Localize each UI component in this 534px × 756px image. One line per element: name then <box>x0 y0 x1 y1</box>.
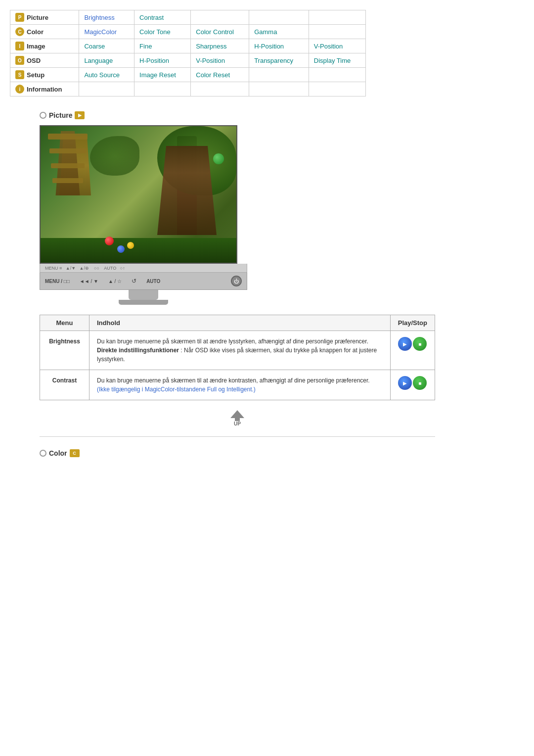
nav-link-vposition-osd[interactable]: V-Position <box>196 57 225 64</box>
content-table-header-row: Menu Indhold Play/Stop <box>40 315 435 331</box>
monitor-base <box>119 300 168 305</box>
brightness-menu-cell: Brightness <box>40 331 89 370</box>
contrast-link[interactable]: (Ikke tilgængelig i MagicColor-tilstande… <box>97 386 256 393</box>
nav-label: ◄◄ / ▼ <box>80 279 98 284</box>
brightness-content-cell: Du kan bruge menuerne på skærmen til at … <box>89 331 391 370</box>
green-circle <box>213 153 224 164</box>
tree-foliage2 <box>90 136 139 176</box>
ball-yellow <box>127 242 134 249</box>
nav-link-hposition-image[interactable]: H-Position <box>254 43 284 50</box>
navigation-table: P Picture Brightness Contrast C Color Ma… <box>10 10 366 96</box>
nav-link-magiccolor[interactable]: MagicColor <box>84 28 117 36</box>
nav-link-vposition-image[interactable]: V-Position <box>314 43 343 50</box>
picture-circle-icon <box>40 112 46 119</box>
brightness-content-text: Du kan bruge menuerne på skærmen til at … <box>97 338 377 363</box>
nav-link-language[interactable]: Language <box>84 57 113 64</box>
contrast-play-button[interactable]: ▶ <box>398 376 412 390</box>
monitor-controls-top: MENU ≡ ▲/▼ ▲/⊕ ○○ AUTO ○↑ <box>40 264 247 273</box>
nav-label-picture: Picture <box>27 14 48 21</box>
brightness-label: ▲ / ☆ <box>108 279 122 284</box>
nav-link-brightness[interactable]: Brightness <box>84 14 114 21</box>
brightness-stop-button[interactable]: ■ <box>413 337 427 351</box>
up-arrow-container: UP <box>40 410 435 426</box>
nav-item-picture[interactable]: P Picture <box>15 13 74 22</box>
nav-label-setup: Setup <box>27 71 44 79</box>
nav-link-colorcontrol[interactable]: Color Control <box>196 28 234 36</box>
nav-item-osd[interactable]: O OSD <box>15 56 74 65</box>
nav-link-imagereset[interactable]: Image Reset <box>139 71 176 79</box>
contrast-row: Contrast Du kan bruge menuerne på skærme… <box>40 370 435 400</box>
tree-trunk <box>177 136 197 235</box>
nav-link-transparency[interactable]: Transparency <box>254 57 293 64</box>
content-table: Menu Indhold Play/Stop Brightness Du kan… <box>40 315 435 400</box>
tree-foliage <box>157 126 236 195</box>
nav-item-setup[interactable]: S Setup <box>15 70 74 79</box>
contrast-stop-button[interactable]: ■ <box>413 376 427 390</box>
contrast-menu-cell: Contrast <box>40 370 89 400</box>
nav-row-image: I Image Coarse Fine Sharpness H-Position… <box>10 39 366 53</box>
contrast-playstop-buttons: ▶ ■ <box>398 376 427 390</box>
contrast-label-text: Contrast <box>52 377 77 384</box>
image-icon: I <box>15 42 24 50</box>
contrast-playstop-cell: ▶ ■ <box>390 370 435 400</box>
color-section-header: Color C <box>40 449 524 457</box>
controls-top-text: MENU ≡ ▲/▼ ▲/⊕ ○○ AUTO ○↑ <box>45 266 125 271</box>
nav-item-color[interactable]: C Color <box>15 27 74 36</box>
nav-item-image[interactable]: I Image <box>15 42 74 50</box>
color-small-icon: C <box>70 449 80 457</box>
up-arrow[interactable]: UP <box>230 410 244 426</box>
auto-button-group: AUTO <box>146 279 160 284</box>
power-button[interactable]: ⏻ <box>231 276 242 286</box>
nav-link-hposition-osd[interactable]: H-Position <box>139 57 169 64</box>
nav-item-information[interactable]: i Information <box>15 85 74 94</box>
nav-label-color: Color <box>27 28 44 36</box>
up-arrow-label: UP <box>234 421 241 426</box>
nav-link-displaytime[interactable]: Display Time <box>314 57 351 64</box>
color-circle-icon <box>40 450 46 457</box>
ball-blue <box>117 245 125 253</box>
brightness-label-text: Brightness <box>49 338 80 345</box>
contrast-content-text: Du kan bruge menuerne på skærmen til at … <box>97 377 370 393</box>
ball-red <box>105 236 114 245</box>
source-label: ↺ <box>132 278 136 284</box>
header-playstop: Play/Stop <box>390 315 435 331</box>
monitor-buttons-row: MENU / □□ ◄◄ / ▼ ▲ / ☆ ↺ AUTO ⏻ <box>40 273 247 290</box>
brightness-row: Brightness Du kan bruge menuerne på skær… <box>40 331 435 370</box>
picture-small-icon: ▶ <box>75 111 85 119</box>
monitor-screen <box>40 125 237 264</box>
header-indhold: Indhold <box>89 315 391 331</box>
monitor-container: MENU ≡ ▲/▼ ▲/⊕ ○○ AUTO ○↑ MENU / □□ ◄◄ /… <box>40 125 247 305</box>
color-section-label: Color <box>49 449 67 457</box>
nav-link-colortone[interactable]: Color Tone <box>139 28 171 36</box>
brightness-playstop-buttons: ▶ ■ <box>398 337 427 351</box>
nav-link-sharpness[interactable]: Sharpness <box>196 43 226 50</box>
nav-link-contrast[interactable]: Contrast <box>139 14 164 21</box>
nav-link-fine[interactable]: Fine <box>139 43 152 50</box>
header-menu: Menu <box>40 315 89 331</box>
nav-button-group: ◄◄ / ▼ <box>80 279 98 284</box>
picture-icon: P <box>15 13 24 22</box>
brightness-playstop-cell: ▶ ■ <box>390 331 435 370</box>
pagoda-roof3 <box>51 163 85 168</box>
nav-link-colorreset[interactable]: Color Reset <box>196 71 230 79</box>
nav-link-gamma[interactable]: Gamma <box>254 28 277 36</box>
nav-label-image: Image <box>27 43 45 50</box>
ground <box>41 238 236 263</box>
nav-row-information: i Information <box>10 82 366 96</box>
nav-row-color: C Color MagicColor Color Tone Color Cont… <box>10 25 366 39</box>
nav-link-autosource[interactable]: Auto Source <box>84 71 120 79</box>
information-icon: i <box>15 85 24 94</box>
nav-label-information: Information <box>27 86 62 93</box>
pagoda-roof2 <box>49 148 86 153</box>
brightness-play-button[interactable]: ▶ <box>398 337 412 351</box>
menu-button-group: MENU / □□ <box>45 279 70 284</box>
menu-label: MENU / □□ <box>45 279 70 284</box>
nav-row-picture: P Picture Brightness Contrast <box>10 10 366 25</box>
nav-row-osd: O OSD Language H-Position V-Position Tra… <box>10 53 366 68</box>
monitor-stand <box>129 290 158 300</box>
nav-label-osd: OSD <box>27 57 41 64</box>
nav-row-setup: S Setup Auto Source Image Reset Color Re… <box>10 68 366 82</box>
up-arrow-triangle <box>230 410 244 418</box>
setup-icon: S <box>15 70 24 79</box>
nav-link-coarse[interactable]: Coarse <box>84 43 105 50</box>
